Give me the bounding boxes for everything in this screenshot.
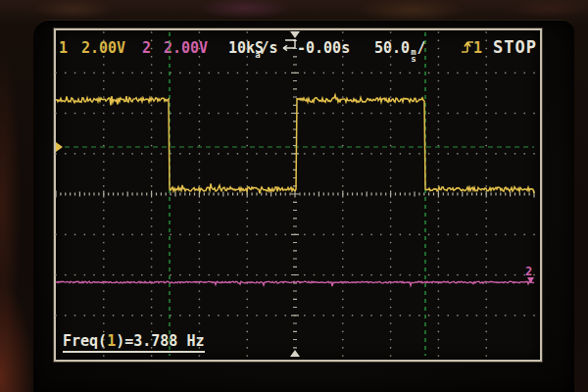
frequency-readout: Freq(1)=3.788 Hz bbox=[63, 332, 205, 353]
oscilloscope-photo: 1 2.00V 2 2.00V 10kSa/s -0.00s 50.0ms/ 1… bbox=[0, 0, 588, 392]
ch2-scale: 2.00V bbox=[164, 39, 208, 57]
ch2-number: 2 bbox=[142, 39, 151, 57]
ch1-number: 1 bbox=[59, 39, 68, 57]
trigger-source-number: 1 bbox=[473, 39, 482, 57]
scope-screen bbox=[54, 28, 542, 362]
sample-rate: 10kSa/s bbox=[228, 39, 278, 60]
timebase-setting: 50.0ms/ bbox=[374, 39, 426, 63]
run-state-indicator: STOP bbox=[493, 37, 537, 57]
trigger-delay-value: -0.00s bbox=[297, 39, 350, 57]
ch1-scale: 2.00V bbox=[81, 39, 125, 57]
